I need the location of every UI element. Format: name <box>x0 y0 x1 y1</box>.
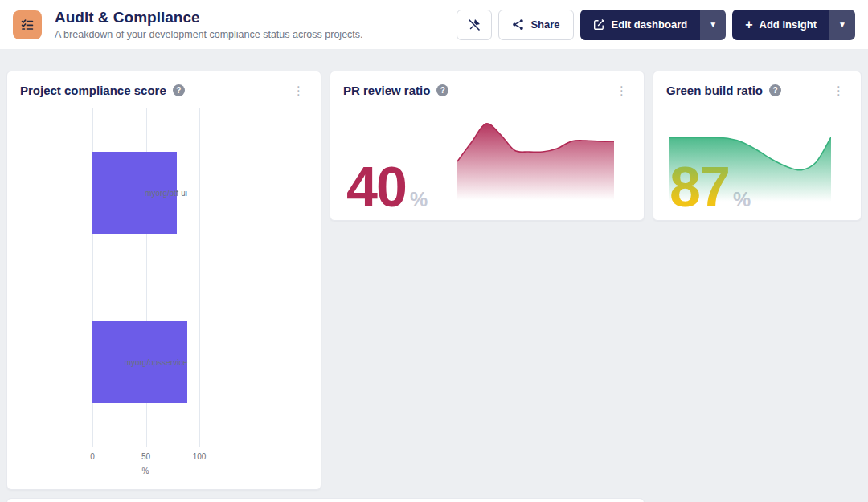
add-insight-split-button: + Add insight ▼ <box>732 10 855 40</box>
pr-review-value: 40 <box>346 159 406 215</box>
bar-category-label: myorg/opsservice <box>125 357 187 366</box>
bar-ticks: 050100 <box>92 452 199 463</box>
share-button-label: Share <box>530 18 559 31</box>
card-project-compliance-score: Project compliance score ? ⋮ myorg/ptf-u… <box>6 71 321 490</box>
help-icon[interactable]: ? <box>173 84 185 96</box>
edit-dashboard-split-button: Edit dashboard ▼ <box>580 10 727 40</box>
card-title: PR review ratio <box>343 84 430 97</box>
add-insight-button[interactable]: + Add insight <box>732 10 829 40</box>
plus-icon: + <box>745 18 752 31</box>
add-insight-caret-button[interactable]: ▼ <box>829 10 855 40</box>
card-pr-review-ratio: PR review ratio ? ⋮ 40 % <box>330 71 645 221</box>
bar-xaxis-label: % <box>142 467 149 475</box>
pr-review-sparkline <box>457 120 614 200</box>
card-title: Green build ratio <box>666 84 763 97</box>
edit-dashboard-button[interactable]: Edit dashboard <box>580 10 701 40</box>
help-icon[interactable]: ? <box>436 84 448 96</box>
pr-review-unit: % <box>410 188 428 211</box>
x-tick-label: 0 <box>90 452 95 461</box>
kebab-menu-icon[interactable]: ⋮ <box>289 83 308 98</box>
chevron-down-icon: ▼ <box>838 20 846 29</box>
edit-dashboard-caret-button[interactable]: ▼ <box>700 10 726 40</box>
card-green-build-ratio: Green build ratio ? ⋮ 87 % <box>653 71 862 221</box>
bar-category-label: myorg/ptf-ui <box>145 189 187 198</box>
share-button[interactable]: Share <box>498 10 573 40</box>
edit-icon <box>593 18 605 31</box>
help-icon[interactable]: ? <box>769 84 781 96</box>
card-title: Project compliance score <box>20 84 166 97</box>
green-build-sparkline <box>669 136 831 202</box>
edit-dashboard-label: Edit dashboard <box>612 18 688 31</box>
dashboard-grid: PR review ratio ? ⋮ 40 % Green build rat… <box>0 50 868 502</box>
unpin-button[interactable] <box>457 10 492 40</box>
share-icon <box>512 18 524 31</box>
dashboard-icon <box>13 10 42 39</box>
card-pr-compliance-feed: PR compliance feed ? ⋮ Title▲▼Merged dat… <box>6 498 645 502</box>
page-title: Audit & Compliance <box>55 9 363 27</box>
list-checks-icon <box>20 18 35 32</box>
dashboard-header: Audit & Compliance A breakdown of your d… <box>0 0 868 50</box>
kebab-menu-icon[interactable]: ⋮ <box>829 83 848 98</box>
kpi-pr-review: 40 % <box>346 159 428 215</box>
gridline <box>199 108 200 447</box>
add-insight-label: Add insight <box>760 18 817 31</box>
chevron-down-icon: ▼ <box>709 20 717 29</box>
kebab-menu-icon[interactable]: ⋮ <box>612 83 631 98</box>
page-subtitle: A breakdown of your development complian… <box>55 29 363 40</box>
x-tick-label: 50 <box>141 452 150 461</box>
pin-off-icon <box>467 18 481 32</box>
x-tick-label: 100 <box>193 452 207 461</box>
bar-plot <box>92 108 199 447</box>
